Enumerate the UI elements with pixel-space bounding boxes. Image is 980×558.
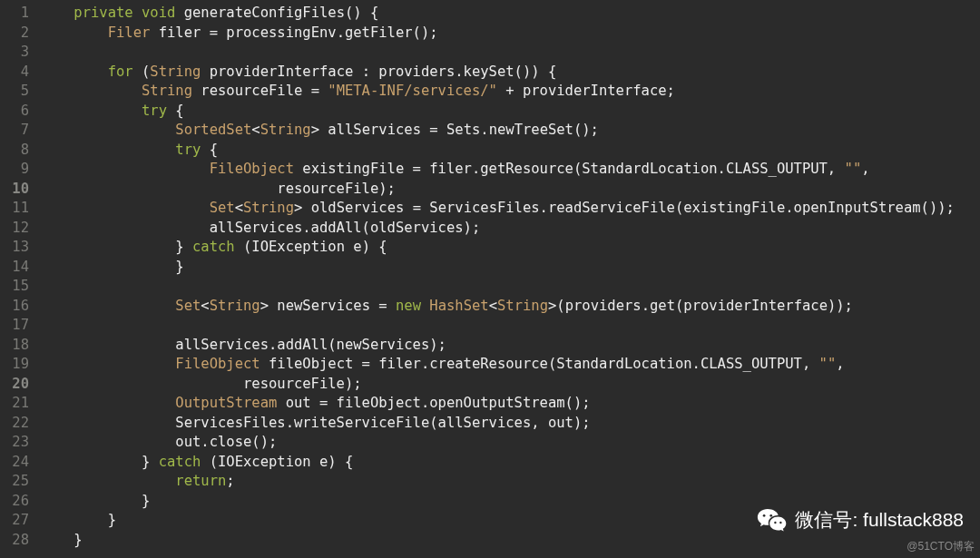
line-number: 16 [0,297,29,317]
line-number: 28 [0,531,29,551]
code-line: Set<String> newServices = new HashSet<St… [40,298,853,314]
svg-point-2 [775,522,777,524]
line-number: 9 [0,160,29,180]
code-line: try { [40,103,184,119]
line-number: 5 [0,82,29,102]
line-number: 21 [0,394,29,414]
code-editor[interactable]: 1234567891011121314151617181920212223242… [0,0,980,550]
code-line: resourceFile); [40,181,396,197]
line-number: 8 [0,141,29,161]
code-line: Filer filer = processingEnv.getFiler(); [40,24,438,41]
line-number-gutter: 1234567891011121314151617181920212223242… [0,4,40,550]
line-number: 20 [0,375,29,395]
line-number: 4 [0,63,29,83]
wechat-icon [757,507,788,533]
svg-point-0 [763,514,766,517]
code-line: SortedSet<String> allServices = Sets.new… [40,122,599,138]
line-number: 18 [0,336,29,356]
code-line: out.close(); [40,434,277,450]
code-line: resourceFile); [40,376,362,392]
line-number: 3 [0,43,29,63]
code-line: Set<String> oldServices = ServicesFiles.… [40,200,955,216]
svg-point-1 [770,514,773,517]
wechat-watermark: 微信号: fullstack888 [757,507,964,533]
code-line: } [40,259,184,275]
code-line: private void generateConfigFiles() { [40,5,378,21]
line-number: 2 [0,24,29,44]
code-line: } [40,532,83,548]
code-line: for (String providerInterface : provider… [40,64,556,80]
line-number: 25 [0,472,29,492]
line-number: 17 [0,316,29,336]
line-number: 7 [0,121,29,141]
code-line: OutputStream out = fileObject.openOutput… [40,395,591,411]
line-number: 10 [0,180,29,200]
svg-point-3 [780,522,782,524]
code-line: try { [40,142,218,158]
line-number: 1 [0,4,29,24]
code-line: String resourceFile = "META-INF/services… [40,83,675,99]
code-line: } catch (IOException e) { [40,239,387,255]
line-number: 22 [0,414,29,434]
line-number: 15 [0,277,29,297]
code-line: ServicesFiles.writeServiceFile(allServic… [40,415,591,431]
code-line: } catch (IOException e) { [40,454,353,470]
code-line: FileObject fileObject = filer.createReso… [40,356,845,372]
wechat-label: 微信号: fullstack888 [795,510,964,530]
code-area[interactable]: private void generateConfigFiles() { Fil… [40,4,955,550]
line-number: 13 [0,238,29,258]
code-line: FileObject existingFile = filer.getResou… [40,161,870,177]
line-number: 19 [0,355,29,375]
code-line: allServices.addAll(newServices); [40,337,446,353]
line-number: 12 [0,219,29,239]
code-line: } [40,493,150,509]
code-line: return; [40,473,235,489]
line-number: 14 [0,258,29,278]
line-number: 24 [0,453,29,473]
line-number: 23 [0,433,29,453]
line-number: 6 [0,102,29,122]
line-number: 27 [0,511,29,531]
code-line: } [40,512,116,528]
code-line: allServices.addAll(oldServices); [40,220,480,236]
line-number: 26 [0,492,29,512]
line-number: 11 [0,199,29,219]
cto-watermark: @51CTO博客 [906,537,975,557]
